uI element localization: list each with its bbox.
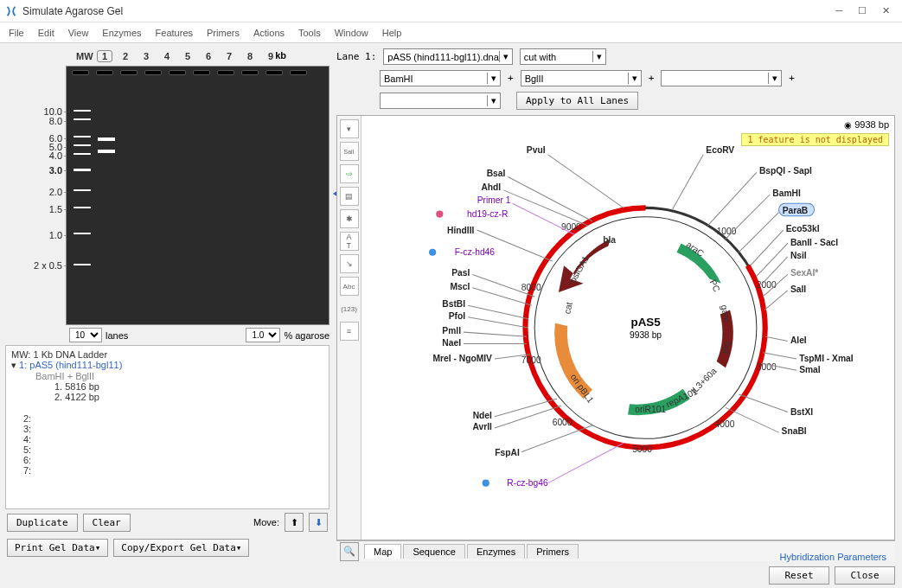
duplicate-button[interactable]: Duplicate <box>7 514 78 532</box>
svg-text:PC: PC <box>708 278 722 294</box>
tool-abc[interactable]: Abc <box>340 277 359 296</box>
close-window-button[interactable]: ✕ <box>882 5 890 16</box>
svg-point-88 <box>483 480 489 487</box>
clear-button[interactable]: Clear <box>83 514 131 532</box>
svg-line-61 <box>765 336 788 341</box>
lane-8[interactable]: 8 <box>242 51 258 61</box>
tool-primer[interactable]: ✱ <box>340 209 359 228</box>
tool-orf[interactable]: ↘ <box>340 254 359 273</box>
lane-9[interactable]: 9 <box>263 51 278 61</box>
svg-text:hd19-cz-R: hd19-cz-R <box>467 209 508 219</box>
tool-feature[interactable]: ▤ <box>340 187 359 206</box>
menu-features[interactable]: Features <box>156 28 193 38</box>
tab-map[interactable]: Map <box>364 544 401 559</box>
window-title: Simulate Agarose Gel <box>22 5 835 17</box>
file-select[interactable]: pAS5 (hind111-bgl11).dna▾ <box>383 48 512 65</box>
svg-text:BsaI: BsaI <box>487 169 506 178</box>
menu-window[interactable]: Window <box>335 28 368 38</box>
svg-text:cat: cat <box>562 301 573 315</box>
lane-1[interactable]: 1 <box>97 50 112 62</box>
apply-all-button[interactable]: Apply to All Lanes <box>516 92 638 110</box>
svg-text:NsiI: NsiI <box>790 251 807 260</box>
svg-point-85 <box>429 249 436 256</box>
lane-6[interactable]: 6 <box>201 51 216 61</box>
svg-text:AleI: AleI <box>790 336 807 345</box>
enzyme3-select[interactable]: ▾ <box>661 70 782 86</box>
lane-7[interactable]: 7 <box>221 51 237 61</box>
svg-text:BstXI: BstXI <box>790 407 813 417</box>
svg-line-37 <box>521 425 592 452</box>
tool-123[interactable]: (123) <box>340 299 359 318</box>
menu-edit[interactable]: Edit <box>38 28 54 38</box>
info-empty: 5: <box>11 444 323 455</box>
enzyme4-select[interactable]: ▾ <box>380 93 501 109</box>
lane-3[interactable]: 3 <box>138 51 154 61</box>
minimize-button[interactable]: ─ <box>835 5 842 16</box>
svg-text:SmaI: SmaI <box>799 365 821 374</box>
move-up-button[interactable]: ⬆ <box>285 513 304 532</box>
lane-count-select[interactable]: 10 <box>69 328 102 342</box>
app-icon <box>5 5 17 17</box>
export-gel-button[interactable]: Copy/Export Gel Data▾ <box>113 539 249 557</box>
tab-primers[interactable]: Primers <box>527 544 579 559</box>
tab-sequence[interactable]: Sequence <box>403 544 465 559</box>
svg-text:Primer 1: Primer 1 <box>477 195 511 205</box>
svg-line-36 <box>495 406 561 428</box>
svg-text:PmlI: PmlI <box>442 326 461 336</box>
svg-text:SexAI*: SexAI* <box>790 268 818 278</box>
tick: 1.0 <box>49 230 62 240</box>
menu-tools[interactable]: Tools <box>298 28 321 38</box>
info-frag2: 2. 4122 bp <box>11 392 323 402</box>
svg-line-64 <box>739 394 787 412</box>
svg-line-52 <box>672 155 703 210</box>
svg-point-83 <box>436 210 443 217</box>
svg-line-30 <box>468 305 528 318</box>
info-mw: MW: 1 Kb DNA Ladder <box>11 349 323 360</box>
lane-4[interactable]: 4 <box>159 51 175 61</box>
reset-button[interactable]: Reset <box>769 566 829 585</box>
lane-2[interactable]: 2 <box>118 51 133 61</box>
menu-view[interactable]: View <box>68 28 89 38</box>
svg-text:PasI: PasI <box>451 268 470 278</box>
tool-dropdown[interactable]: ▾ <box>340 119 359 138</box>
menu-enzymes[interactable]: Enzymes <box>102 28 141 38</box>
search-icon[interactable]: 🔍 <box>340 542 359 561</box>
tool-arrow[interactable]: ⇨ <box>340 164 359 183</box>
plasmid-map[interactable]: pAS5 9938 bp 1000 2000 3000 4000 5000 60… <box>361 116 894 540</box>
tool-text[interactable]: AT <box>340 232 359 251</box>
menu-primers[interactable]: Primers <box>207 28 240 38</box>
tool-site[interactable]: SalI <box>340 142 359 161</box>
print-gel-button[interactable]: Print Gel Data▾ <box>7 539 108 557</box>
size-radio[interactable]: ◉ 9938 bp <box>844 119 889 130</box>
move-down-button[interactable]: ⬇ <box>309 513 328 532</box>
lane-info[interactable]: MW: 1 Kb DNA Ladder ▾ 1: pAS5 (hind111-b… <box>5 345 329 509</box>
info-cut: BamHI + BglII <box>11 371 323 381</box>
menubar: File Edit View Enzymes Features Primers … <box>0 22 902 43</box>
menu-help[interactable]: Help <box>382 28 402 38</box>
feature-warning[interactable]: 1 feature is not displayed <box>741 133 889 146</box>
tool-align[interactable]: ≡ <box>340 322 359 341</box>
svg-line-81 <box>513 203 575 234</box>
move-label: Move: <box>253 517 279 527</box>
enzyme2-select[interactable]: BglII▾ <box>521 70 642 86</box>
svg-text:2000: 2000 <box>757 280 777 290</box>
svg-text:R-cz-bg46: R-cz-bg46 <box>507 478 548 488</box>
cutwith-select[interactable]: cut with▾ <box>520 48 606 65</box>
svg-text:bla: bla <box>603 235 616 245</box>
menu-file[interactable]: File <box>9 28 24 38</box>
agarose-select[interactable]: 1.0 <box>246 328 280 342</box>
tab-enzymes[interactable]: Enzymes <box>467 544 525 559</box>
svg-text:7000: 7000 <box>521 355 541 365</box>
lane-5[interactable]: 5 <box>180 51 195 61</box>
menu-actions[interactable]: Actions <box>253 28 285 38</box>
close-button[interactable]: Close <box>835 566 895 585</box>
enzyme1-select[interactable]: BamHI▾ <box>380 70 501 86</box>
hybridization-link[interactable]: Hybridization Parameters <box>780 552 887 562</box>
svg-line-24 <box>548 155 624 208</box>
svg-text:6000: 6000 <box>553 418 573 427</box>
lane-mw[interactable]: MW <box>76 51 92 61</box>
svg-text:FspAI: FspAI <box>495 448 520 457</box>
maximize-button[interactable]: ☐ <box>858 5 867 16</box>
plus-label: + <box>508 73 514 84</box>
gel-panel[interactable] <box>66 66 329 325</box>
